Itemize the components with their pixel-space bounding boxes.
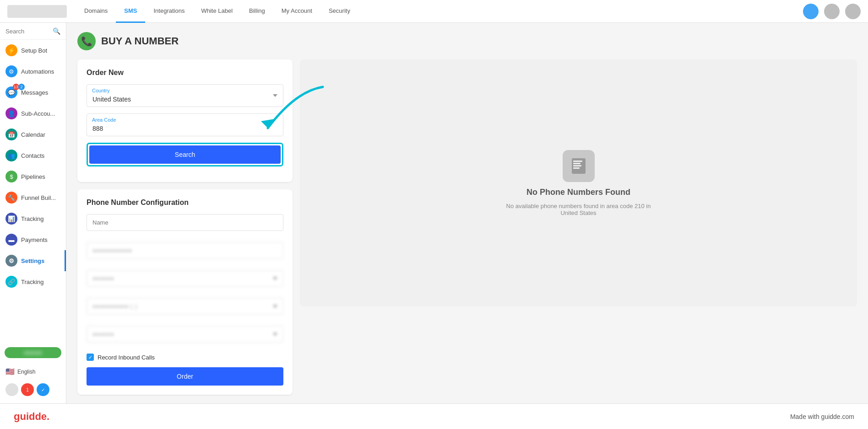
avatar-gray1[interactable] bbox=[824, 4, 840, 19]
country-select[interactable]: United States Canada United Kingdom bbox=[87, 84, 283, 107]
badge-messages-blue: 2 bbox=[18, 84, 25, 90]
settings-icon: ⚙ bbox=[5, 255, 17, 267]
sidebar-label-contacts: Contacts bbox=[21, 152, 44, 159]
config-select4[interactable]: ●●●●●●●●●● (:;) bbox=[87, 298, 283, 315]
name-field bbox=[87, 214, 283, 236]
user-icon: 👤 bbox=[5, 107, 17, 119]
calendar-icon: 📅 bbox=[5, 129, 17, 140]
sidebar-item-funnelbuilder[interactable]: 🔧 Funnel Buil... bbox=[0, 187, 66, 208]
main-layout: 🔍 ⚡ Setup Bot ⚙ Automations 💬 13 2 Messa… bbox=[0, 23, 868, 403]
footer-made-with: Made with guidde.com bbox=[790, 413, 854, 420]
sidebar-item-setupbot[interactable]: ⚡ Setup Bot bbox=[0, 40, 66, 61]
dollar-icon: $ bbox=[5, 171, 17, 182]
language-label: English bbox=[17, 369, 35, 375]
tab-security[interactable]: Security bbox=[320, 0, 358, 23]
checkbox-row: ✓ Record Inbound Calls bbox=[87, 354, 283, 361]
sidebar-label-settings: Settings bbox=[21, 257, 44, 264]
tracking2-icon: 🔗 bbox=[5, 276, 17, 288]
config-card: Phone Number Configuration ●●●●●● bbox=[77, 189, 293, 395]
sidebar-item-tracking2[interactable]: 🔗 Tracking bbox=[0, 271, 66, 292]
sidebar-label-funnelbuilder: Funnel Buil... bbox=[21, 194, 56, 201]
area-code-label: Area Code bbox=[92, 117, 116, 123]
search-btn-wrapper: Search bbox=[87, 143, 283, 166]
flag-icon: 🇺🇸 bbox=[5, 367, 15, 376]
sidebar-item-pipelines[interactable]: $ Pipelines bbox=[0, 166, 66, 187]
svg-rect-2 bbox=[573, 161, 582, 162]
sidebar-item-subaccounts[interactable]: 👤 Sub-Accou... bbox=[0, 103, 66, 124]
sidebar-label-messages: Messages bbox=[21, 89, 48, 96]
tab-sms[interactable]: SMS bbox=[116, 0, 145, 23]
payments-icon: ▬ bbox=[5, 234, 17, 246]
tab-billing[interactable]: Billing bbox=[241, 0, 273, 23]
config-input2[interactable] bbox=[87, 242, 283, 259]
top-nav: Domains SMS Integrations White Label Bil… bbox=[0, 0, 868, 23]
empty-state-icon bbox=[563, 150, 595, 182]
sidebar-label-tracking2: Tracking bbox=[21, 279, 43, 285]
page-icon: 📞 bbox=[77, 32, 96, 50]
logo bbox=[7, 5, 67, 18]
tab-domains[interactable]: Domains bbox=[76, 0, 116, 23]
tab-myaccount[interactable]: My Account bbox=[273, 0, 320, 23]
sidebar-label-automations: Automations bbox=[21, 68, 54, 75]
nav-tabs: Domains SMS Integrations White Label Bil… bbox=[76, 0, 803, 23]
order-new-card: Order New Country United States Canada U… bbox=[77, 59, 293, 182]
sidebar-label-subaccounts: Sub-Accou... bbox=[21, 110, 55, 117]
gear-icon: ⚙ bbox=[5, 65, 17, 77]
sidebar-item-calendar[interactable]: 📅 Calendar bbox=[0, 124, 66, 145]
left-panel: Order New Country United States Canada U… bbox=[77, 59, 293, 395]
config-title: Phone Number Configuration bbox=[87, 198, 283, 207]
config-field4: ●●●●●●●●●● (:;) bbox=[87, 298, 283, 319]
empty-subtitle: No available phone numbers found in area… bbox=[505, 203, 652, 216]
avatar-blue[interactable] bbox=[803, 4, 819, 19]
page-header: 📞 BUY A NUMBER bbox=[77, 32, 857, 50]
search-input[interactable] bbox=[5, 28, 50, 35]
empty-title: No Phone Numbers Found bbox=[526, 188, 630, 197]
sidebar-label-setupbot: Setup Bot bbox=[21, 47, 47, 54]
contacts-icon: 👥 bbox=[5, 150, 17, 161]
bolt-icon: ⚡ bbox=[5, 44, 17, 56]
sidebar-item-payments[interactable]: ▬ Payments bbox=[0, 229, 66, 250]
green-cta-button[interactable]: ●●●●●● bbox=[5, 347, 61, 358]
sidebar-item-extra1[interactable]: 1 ✓ bbox=[0, 381, 66, 399]
language-selector[interactable]: 🇺🇸 English bbox=[0, 363, 66, 381]
config-field5: ●●●●●● bbox=[87, 326, 283, 347]
sidebar-item-contacts[interactable]: 👥 Contacts bbox=[0, 145, 66, 166]
svg-rect-5 bbox=[573, 167, 580, 169]
sidebar-item-tracking1[interactable]: 📊 Tracking bbox=[0, 208, 66, 229]
search-button[interactable]: Search bbox=[89, 145, 281, 164]
order-new-title: Order New bbox=[87, 69, 283, 77]
sidebar-item-automations[interactable]: ⚙ Automations bbox=[0, 61, 66, 82]
sidebar-item-messages[interactable]: 💬 13 2 Messages bbox=[0, 82, 66, 103]
name-input[interactable] bbox=[87, 214, 283, 231]
country-label: Country bbox=[92, 88, 110, 93]
panels: Order New Country United States Canada U… bbox=[77, 59, 857, 395]
record-calls-checkbox[interactable]: ✓ bbox=[87, 354, 94, 361]
sidebar: 🔍 ⚡ Setup Bot ⚙ Automations 💬 13 2 Messa… bbox=[0, 23, 66, 403]
search-icon: 🔍 bbox=[53, 27, 60, 35]
funnel-icon: 🔧 bbox=[5, 192, 17, 204]
avatar-gray2[interactable] bbox=[845, 4, 861, 19]
page-title: BUY A NUMBER bbox=[101, 35, 179, 47]
order-button[interactable]: Order bbox=[87, 367, 283, 386]
area-code-field: Area Code bbox=[87, 113, 283, 136]
sidebar-label-tracking1: Tracking bbox=[21, 215, 43, 222]
config-select3[interactable]: ●●●●●● bbox=[87, 270, 283, 287]
sidebar-label-pipelines: Pipelines bbox=[21, 173, 45, 180]
nav-right bbox=[803, 4, 861, 19]
footer-logo: guidde. bbox=[14, 411, 49, 423]
footer: guidde. Made with guidde.com bbox=[0, 403, 868, 429]
sidebar-label-payments: Payments bbox=[21, 236, 48, 243]
sidebar-label-calendar: Calendar bbox=[21, 131, 45, 138]
sidebar-item-settings[interactable]: ⚙ Settings bbox=[0, 250, 66, 271]
config-field2 bbox=[87, 242, 283, 263]
config-select5[interactable]: ●●●●●● bbox=[87, 326, 283, 343]
sidebar-search[interactable]: 🔍 bbox=[0, 23, 66, 40]
content-area: 📞 BUY A NUMBER Order New Country United … bbox=[66, 23, 868, 403]
tracking-icon: 📊 bbox=[5, 213, 17, 225]
green-btn-blur: ●●●●●● bbox=[24, 350, 42, 355]
right-panel: No Phone Numbers Found No available phon… bbox=[300, 59, 857, 306]
sidebar-bottom: ●●●●●● 🇺🇸 English 1 ✓ bbox=[0, 343, 66, 403]
tab-integrations[interactable]: Integrations bbox=[145, 0, 193, 23]
tab-whitelabel[interactable]: White Label bbox=[193, 0, 241, 23]
svg-rect-3 bbox=[573, 163, 580, 164]
